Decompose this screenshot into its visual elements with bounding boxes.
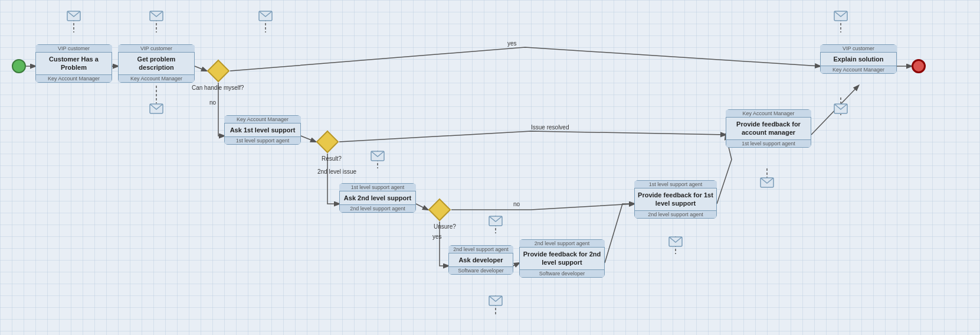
- feedback-1st-role: 2nd level support agent: [635, 210, 716, 218]
- svg-line-3: [301, 136, 316, 142]
- customer-has-problem-lane: VIP customer: [35, 45, 112, 53]
- msg-icon-explain-bottom: [834, 103, 848, 114]
- get-problem-node[interactable]: VIP customer Get problem description Key…: [118, 44, 195, 83]
- svg-marker-20: [317, 131, 338, 152]
- svg-marker-19: [208, 60, 229, 82]
- edge-label-2nd-level: 2nd level issue: [317, 168, 356, 175]
- diamond-result: [316, 130, 339, 154]
- msg-icon-ask2nd: [371, 151, 385, 161]
- msg-icon-feedback1st: [668, 236, 683, 247]
- ask-1st-lane: Key Account Manager: [224, 116, 301, 123]
- msg-icon-developer-bottom: [489, 295, 503, 306]
- edge-label-no-2nd: no: [513, 201, 520, 207]
- svg-line-2: [195, 66, 207, 71]
- diamond-can-handle: [207, 59, 230, 83]
- feedback-account-lane: Key Account Manager: [726, 110, 811, 118]
- feedback-account-role: 1st level support agent: [726, 139, 811, 147]
- feedback-2nd-node[interactable]: 2nd level support agent Provide feedback…: [519, 239, 605, 278]
- msg-icon-get-problem-top: [149, 11, 163, 21]
- svg-marker-21: [429, 199, 450, 220]
- msg-icon-explain-top: [834, 11, 848, 21]
- end-event: [912, 59, 926, 73]
- edge-label-yes-dev: yes: [432, 233, 442, 240]
- diamond-unsure-label: Unsure?: [434, 223, 456, 230]
- ask-2nd-text: Ask 2nd level support: [340, 191, 415, 204]
- msg-icon-customer-top: [67, 11, 81, 21]
- msg-icon-ask1st-top: [258, 11, 273, 21]
- ask-1st-support-node[interactable]: Key Account Manager Ask 1st level suppor…: [224, 115, 301, 145]
- explain-solution-lane: VIP customer: [820, 45, 897, 53]
- diamond-unsure: [428, 198, 451, 222]
- msg-icon-feedback-account: [760, 177, 774, 188]
- ask-developer-node[interactable]: 2nd level support agent Ask developer So…: [448, 245, 513, 275]
- ask-developer-lane: 2nd level support agent: [448, 246, 513, 253]
- diamond-result-label: Result?: [322, 155, 342, 162]
- feedback-2nd-role: Software developer: [520, 269, 604, 277]
- svg-line-4: [416, 204, 428, 210]
- edge-label-yes: yes: [507, 40, 517, 47]
- feedback-2nd-lane: 2nd level support agent: [519, 240, 605, 248]
- edge-label-no: no: [209, 99, 216, 106]
- feedback-1st-node[interactable]: 1st level support agent Provide feedback…: [634, 180, 717, 219]
- get-problem-role: Key Account Manager: [119, 74, 194, 82]
- feedback-1st-lane: 1st level support agent: [634, 181, 717, 188]
- customer-has-problem-role: Key Account Manager: [36, 74, 112, 82]
- explain-solution-text: Explain solution: [821, 53, 896, 66]
- feedback-1st-text: Provide feedback for 1st level support: [635, 188, 716, 210]
- bpmn-canvas: VIP customer Customer Has a Problem Key …: [0, 0, 980, 335]
- ask-2nd-support-node[interactable]: 1st level support agent Ask 2nd level su…: [339, 183, 416, 213]
- ask-developer-role: Software developer: [449, 266, 513, 274]
- customer-has-problem-node[interactable]: VIP customer Customer Has a Problem Key …: [35, 44, 112, 83]
- feedback-account-node[interactable]: Key Account Manager Provide feedback for…: [726, 109, 811, 148]
- edge-label-issue-resolved: Issue resolved: [531, 124, 569, 131]
- ask-2nd-role: 2nd level support agent: [340, 204, 415, 212]
- ask-1st-text: Ask 1st level support: [225, 123, 300, 136]
- diamond-can-handle-label: Can handle myself?: [192, 84, 244, 91]
- start-event: [12, 59, 26, 73]
- customer-has-problem-text: Customer Has a Problem: [36, 53, 112, 74]
- feedback-account-text: Provide feedback for account manager: [726, 118, 811, 139]
- get-problem-text: Get problem description: [119, 53, 194, 74]
- svg-line-5: [513, 263, 519, 266]
- msg-icon-developer: [489, 216, 503, 226]
- get-problem-lane: VIP customer: [118, 45, 195, 53]
- ask-1st-role: 1st level support agent: [225, 136, 300, 144]
- feedback-2nd-text: Provide feedback for 2nd level support: [520, 248, 604, 269]
- msg-icon-get-problem-bottom: [149, 103, 163, 114]
- ask-2nd-lane: 1st level support agent: [339, 184, 416, 191]
- ask-developer-text: Ask developer: [449, 253, 513, 266]
- explain-solution-role: Key Account Manager: [821, 66, 896, 73]
- explain-solution-node[interactable]: VIP customer Explain solution Key Accoun…: [820, 44, 897, 74]
